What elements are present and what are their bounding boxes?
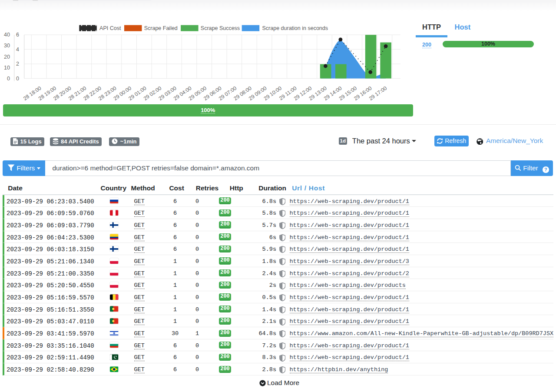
svg-text:2: 2 <box>16 61 19 67</box>
svg-text:6: 6 <box>16 32 19 38</box>
svg-text:0: 0 <box>7 76 10 82</box>
svg-text:Scrape Success: Scrape Success <box>201 25 240 31</box>
svg-text:40: 40 <box>4 32 10 38</box>
svg-text:30: 30 <box>4 43 10 49</box>
svg-text:0: 0 <box>16 76 19 82</box>
svg-text:Scrape Failed: Scrape Failed <box>144 25 178 31</box>
svg-text:Scrape duration in seconds: Scrape duration in seconds <box>262 25 328 31</box>
svg-text:API Cost: API Cost <box>99 25 121 31</box>
svg-text:4: 4 <box>16 47 19 53</box>
svg-text:20: 20 <box>4 54 10 60</box>
svg-text:10: 10 <box>4 65 10 71</box>
